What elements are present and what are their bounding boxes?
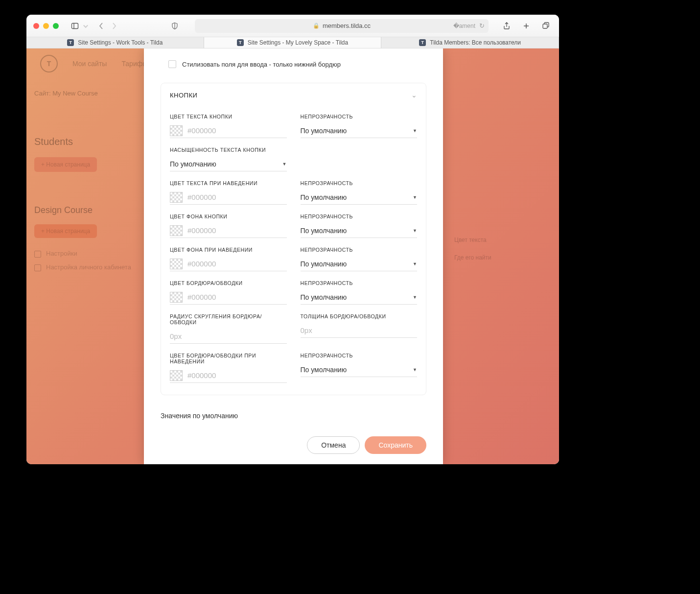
- field-label: НЕПРОЗРАЧНОСТЬ: [301, 114, 418, 119]
- panel-title: КНОПКИ: [170, 92, 197, 99]
- defaults-link[interactable]: Значения по умолчанию: [144, 395, 443, 420]
- share-icon[interactable]: [501, 21, 512, 31]
- buttons-panel: КНОПКИ ⌄ ЦВЕТ ТЕКСТА КНОПКИ НЕПРОЗРАЧНОС…: [161, 83, 426, 395]
- dropdown-arrow-icon: ▼: [413, 195, 417, 200]
- bg-hover-color-input[interactable]: [187, 260, 287, 268]
- field-label: РАДИУС СКРУГЛЕНИЯ БОРДЮРА/ОБВОДКИ: [170, 313, 287, 325]
- color-swatch[interactable]: [170, 292, 183, 303]
- shield-icon[interactable]: [169, 21, 180, 31]
- bg-color-input[interactable]: [187, 226, 287, 235]
- url-text: members.tilda.cc: [323, 22, 371, 29]
- tab-favicon: T: [67, 39, 74, 46]
- tab-label: Tilda Members: Все пользователи: [430, 39, 521, 46]
- settings-modal: Стилизовать поля для ввода - только нижн…: [144, 48, 443, 464]
- tab-1[interactable]: TSite Settings - Work Tools - Tilda: [26, 37, 204, 48]
- field-label: НЕПРОЗРАЧНОСТЬ: [301, 247, 418, 253]
- dropdown-arrow-icon: ▼: [413, 295, 417, 300]
- opacity-select[interactable]: По умолчанию▼: [301, 362, 418, 377]
- url-bar[interactable]: 🔒 members.tilda.cc �ament ↻: [195, 19, 489, 33]
- field-label: ЦВЕТ БОРДЮРА/ОБВОДКИ: [170, 280, 287, 286]
- dropdown-arrow-icon: ▼: [413, 261, 417, 266]
- opacity-select[interactable]: По умолчанию▼: [301, 223, 418, 238]
- opacity-select[interactable]: По умолчанию▼: [301, 190, 418, 205]
- tab-2[interactable]: TSite Settings - My Lovely Space - Tilda: [204, 37, 382, 48]
- color-swatch[interactable]: [170, 259, 183, 269]
- tab-label: Site Settings - My Lovely Space - Tilda: [248, 39, 348, 46]
- lock-icon: 🔒: [313, 23, 320, 29]
- minimize-window[interactable]: [43, 23, 49, 29]
- text-hover-color-input[interactable]: [187, 193, 287, 201]
- tabs-icon[interactable]: [540, 21, 551, 31]
- color-swatch[interactable]: [170, 225, 183, 236]
- new-tab-icon[interactable]: [521, 21, 532, 31]
- tab-favicon: T: [419, 39, 426, 46]
- window-controls: [33, 23, 59, 29]
- border-color-input[interactable]: [187, 293, 287, 301]
- field-label: ЦВЕТ БОРДЮРА/ОБВОДКИ ПРИ НАВЕДЕНИИ: [170, 353, 287, 364]
- field-label: ЦВЕТ ФОНА ПРИ НАВЕДЕНИИ: [170, 247, 287, 253]
- panel-header[interactable]: КНОПКИ ⌄: [161, 83, 426, 105]
- dropdown-arrow-icon: ▼: [413, 128, 417, 133]
- border-radius-input[interactable]: [170, 329, 287, 344]
- maximize-window[interactable]: [53, 23, 59, 29]
- translate-icon[interactable]: �ament: [453, 23, 475, 29]
- chevron-down-icon[interactable]: [82, 21, 89, 31]
- stylize-inputs-checkbox[interactable]: [168, 60, 176, 68]
- chevron-down-icon: ⌄: [411, 91, 418, 99]
- field-label: ТОЛЩИНА БОРДЮРА/ОБВОДКИ: [301, 313, 418, 319]
- field-label: ЦВЕТ ТЕКСТА ПРИ НАВЕДЕНИИ: [170, 180, 287, 186]
- tab-label: Site Settings - Work Tools - Tilda: [78, 39, 163, 46]
- field-label: НЕПРОЗРАЧНОСТЬ: [301, 214, 418, 219]
- checkbox-row: Стилизовать поля для ввода - только нижн…: [144, 48, 443, 83]
- dropdown-arrow-icon: ▼: [282, 162, 287, 166]
- field-label: НЕПРОЗРАЧНОСТЬ: [301, 180, 418, 186]
- svg-rect-3: [543, 24, 547, 28]
- viewport: T Мои сайты Тарифы и Сайт: My New Course…: [26, 48, 559, 464]
- field-label: НАСЫЩЕННОСТЬ ТЕКСТА КНОПКИ: [170, 147, 287, 153]
- close-window[interactable]: [33, 23, 39, 29]
- checkbox-label: Стилизовать поля для ввода - только нижн…: [182, 61, 341, 68]
- border-hover-color-input[interactable]: [187, 371, 287, 380]
- border-width-input[interactable]: [301, 323, 418, 338]
- color-swatch[interactable]: [170, 370, 183, 381]
- text-weight-select[interactable]: По умолчанию▼: [170, 157, 287, 171]
- field-label: ЦВЕТ ТЕКСТА КНОПКИ: [170, 114, 287, 119]
- opacity-select[interactable]: По умолчанию▼: [301, 257, 418, 271]
- color-swatch[interactable]: [170, 192, 183, 203]
- reload-icon[interactable]: ↻: [479, 22, 485, 29]
- tab-bar: TSite Settings - Work Tools - Tilda TSit…: [26, 37, 559, 48]
- dropdown-arrow-icon: ▼: [413, 367, 417, 372]
- back-button[interactable]: [96, 21, 107, 31]
- sidebar-toggle-icon[interactable]: [70, 21, 80, 31]
- opacity-select[interactable]: По умолчанию▼: [301, 123, 418, 138]
- tab-favicon: T: [237, 39, 244, 46]
- button-text-color-input[interactable]: [187, 126, 287, 135]
- browser-window: 🔒 members.tilda.cc �ament ↻ TSite Settin…: [26, 15, 559, 464]
- tab-3[interactable]: TTilda Members: Все пользователи: [381, 37, 559, 48]
- field-label: НЕПРОЗРАЧНОСТЬ: [301, 280, 418, 286]
- titlebar: 🔒 members.tilda.cc �ament ↻: [26, 15, 559, 37]
- field-label: НЕПРОЗРАЧНОСТЬ: [301, 353, 418, 358]
- color-swatch[interactable]: [170, 125, 183, 136]
- cancel-button[interactable]: Отмена: [307, 436, 360, 454]
- modal-footer: Отмена Сохранить: [144, 420, 443, 464]
- save-button[interactable]: Сохранить: [365, 436, 426, 454]
- dropdown-arrow-icon: ▼: [413, 228, 417, 233]
- svg-rect-0: [72, 23, 78, 28]
- field-label: ЦВЕТ ФОНА КНОПКИ: [170, 214, 287, 219]
- opacity-select[interactable]: По умолчанию▼: [301, 290, 418, 305]
- forward-button[interactable]: [109, 21, 119, 31]
